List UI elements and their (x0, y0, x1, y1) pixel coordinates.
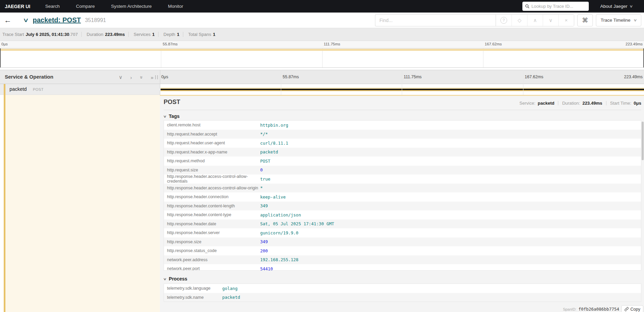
app-brand[interactable]: JAEGER UI (5, 4, 30, 9)
trace-id-lookup-input[interactable]: Lookup by Trace ID... (522, 2, 589, 11)
span-row: packetd POST (0, 84, 644, 95)
find-toolbar: ? ◇ ∧ ∨ × (496, 14, 574, 26)
collapse-all-icon[interactable]: » (139, 75, 144, 80)
span-detail-title: POST (164, 99, 180, 105)
kv-value: gunicorn/19.9.0 (260, 230, 298, 235)
minimap-tick-labels: 0μs55.87ms111.75ms167.62ms223.49ms (0, 41, 644, 48)
kv-key: http.response.header.content-length (164, 204, 260, 208)
kv-row: http.request.size0 (164, 166, 641, 175)
tick-label: 0μs (1, 42, 8, 46)
kv-row: network.peer.port54410 (164, 264, 641, 271)
kv-value: keep-alive (260, 194, 286, 200)
service-value: packetd (538, 101, 554, 106)
span-duration-bar[interactable] (161, 88, 644, 91)
find-input[interactable] (375, 14, 496, 26)
kv-value: POST (260, 159, 270, 164)
kv-key: http.response.header.connection (164, 194, 260, 199)
clear-find-button[interactable]: × (558, 15, 574, 26)
trace-summary-bar: Trace Start July 6 2025, 01:41:30 .707 D… (0, 28, 644, 41)
kv-value: golang (222, 286, 237, 291)
about-jaeger-menu[interactable]: About Jaeger ∨ (600, 4, 632, 9)
duration-label: Duration: (562, 101, 580, 106)
nav-item-system-architecture[interactable]: System Architecture (111, 4, 152, 9)
focus-diamond-icon: ◇ (518, 17, 522, 23)
kv-row: http.response.header.servergunicorn/19.9… (164, 228, 641, 237)
depth-label: Depth (164, 32, 175, 37)
nav-item-monitor[interactable]: Monitor (168, 4, 183, 9)
collapse-header-chevron-icon[interactable]: ∨ (23, 17, 29, 24)
kv-key: http.response.header.content-type (164, 212, 260, 217)
services-value: 1 (152, 32, 154, 37)
tick-label: 167.62ms (485, 42, 502, 46)
start-time-label: Start Time: (610, 101, 631, 106)
trace-id-short: 3518991 (85, 17, 106, 23)
total-spans-label: Total Spans (188, 32, 211, 37)
chevron-down-icon: ∨ (629, 4, 633, 8)
process-table: telemetry.sdk.languagegolangtelemetry.sd… (164, 284, 641, 302)
kv-key: http.request.method (164, 159, 260, 163)
link-icon (624, 307, 629, 311)
kv-key: network.peer.address (164, 257, 260, 262)
kv-key: http.response.header.access-control-allo… (164, 174, 260, 184)
kv-row: http.response.header.access-control-allo… (164, 174, 641, 184)
process-section-toggle[interactable]: ∨ Process (164, 276, 187, 282)
kv-row: telemetry.sdk.namepacketd (164, 293, 641, 302)
kv-row: client.remote.hosthttpbin.org (164, 121, 641, 130)
kv-value: * (260, 185, 263, 190)
timeline-header-row: Service & Operation ∨ › » » 0μs55.87ms11… (0, 70, 644, 84)
selected-span-row-background (5, 95, 160, 312)
trace-page-header: ← ∨ packetd: POST 3518991 ? ◇ ∧ ∨ × ⌘ Tr… (0, 13, 644, 28)
chevron-up-icon: ∧ (533, 17, 537, 23)
chevron-down-icon: ∨ (163, 277, 167, 281)
top-nav: JAEGER UI Search Compare System Architec… (0, 0, 644, 13)
span-detail-panel: POST Service: packetd Duration: 223.49ms… (160, 95, 644, 312)
trace-start-label: Trace Start (2, 32, 24, 37)
kv-key: http.request.header.user-agent (164, 141, 260, 145)
kv-row: http.request.header.user-agentcurl/8.11.… (164, 139, 641, 148)
tags-section-toggle[interactable]: ∨ Tags (164, 113, 180, 119)
back-button[interactable]: ← (0, 16, 16, 25)
nav-item-search[interactable]: Search (45, 4, 60, 9)
kv-key: network.peer.port (164, 266, 260, 271)
kv-value: */* (260, 131, 268, 137)
kv-key: http.request.header.x-app-name (164, 150, 260, 154)
trace-start-value: July 6 2025, 01:41:30 (26, 32, 69, 37)
kv-value: 54410 (260, 266, 273, 271)
find-help-button[interactable]: ? (496, 15, 512, 26)
search-icon (525, 4, 529, 8)
kv-value: 349 (260, 203, 268, 208)
kv-value: true (260, 176, 270, 182)
duration-label: Duration (87, 32, 103, 37)
keyboard-shortcuts-button[interactable]: ⌘ (577, 14, 593, 26)
nav-item-compare[interactable]: Compare (76, 4, 95, 9)
trace-title-link[interactable]: packetd: POST (33, 16, 81, 24)
collapse-one-icon[interactable]: ∨ (118, 74, 123, 80)
minimap-gridline (483, 48, 483, 67)
copy-span-id-button[interactable]: Copy (621, 305, 643, 312)
duration-value: 223.49ms (105, 32, 125, 37)
kv-value: application/json (260, 212, 301, 217)
tick-label: 111.75ms (404, 75, 422, 79)
column-resizer-handle[interactable] (155, 75, 158, 79)
kv-value: Sat, 05 Jul 2025 17:41:30 GMT (260, 221, 334, 226)
scrollbar-thumb[interactable] (642, 122, 644, 160)
kv-value: curl/8.11.1 (260, 141, 288, 146)
expand-one-icon[interactable]: › (128, 75, 134, 80)
next-result-button[interactable]: ∨ (543, 15, 558, 26)
start-time-value: 0μs (634, 101, 641, 106)
column-divider (160, 70, 160, 95)
minimap-span-bar (0, 49, 644, 51)
span-name-cell[interactable]: packetd POST (0, 84, 160, 95)
minimap-gridline (161, 48, 161, 67)
minimap-canvas[interactable] (0, 48, 644, 68)
focus-span-button[interactable]: ◇ (512, 15, 527, 26)
depth-value: 1 (177, 32, 179, 37)
kv-row: http.response.status_code200 (164, 246, 641, 255)
span-service-name: packetd (9, 86, 27, 92)
expand-all-icon[interactable]: » (149, 75, 155, 80)
trace-view-select[interactable]: Trace Timeline ∨ (596, 14, 641, 26)
kv-row: http.response.header.content-typeapplica… (164, 210, 641, 220)
prev-result-button[interactable]: ∧ (527, 15, 543, 26)
minimap-left-scrubber[interactable] (0, 48, 1, 67)
minimap-gridline (322, 48, 323, 67)
